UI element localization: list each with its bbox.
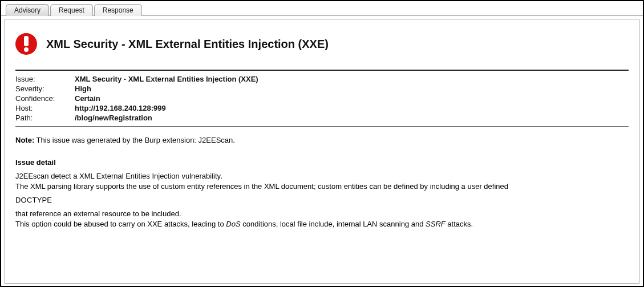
note-label: Note: [15,136,34,144]
window-root: Advisory Request Response XML Security -… [0,0,644,287]
detail-p3: that reference an external resource to b… [15,209,629,219]
exclamation-icon [15,33,37,55]
divider-mid [15,126,629,127]
summary-key: Confidence: [15,94,75,103]
advisory-panel: XML Security - XML External Entities Inj… [5,19,639,284]
summary-row-confidence: Confidence: Certain [15,94,629,103]
page-title: XML Security - XML External Entities Inj… [46,38,329,51]
tab-response[interactable]: Response [94,4,142,16]
detail-doctype: DOCTYPE [15,196,629,204]
summary-key: Issue: [15,74,75,84]
issue-summary-table: Issue: XML Security - XML External Entit… [15,74,629,123]
detail-p4: This option could be abused to carry on … [15,219,629,229]
tab-advisory[interactable]: Advisory [6,4,49,16]
summary-key: Host: [15,103,75,113]
summary-value: Certain [75,94,629,103]
detail-p4-post: attacks. [445,220,473,228]
detail-p4-mid: conditions, local file include, internal… [241,220,426,228]
detail-p4-ssrf: SSRF [426,220,445,228]
detail-p1: J2EEscan detect a XML External Entities … [15,171,629,181]
detail-p4-pre: This option could be abused to carry on … [15,220,226,228]
issue-detail-heading: Issue detail [15,158,629,167]
summary-row-host: Host: http://192.168.240.128:999 [15,103,629,113]
summary-value: XML Security - XML External Entities Inj… [75,74,629,84]
summary-key: Path: [15,113,75,123]
summary-row-path: Path: /blog/newRegistration [15,113,629,123]
tab-request[interactable]: Request [50,4,93,16]
note-line: Note: This issue was generated by the Bu… [15,136,629,144]
detail-p2: The XML parsing library supports the use… [15,181,629,192]
summary-row-issue: Issue: XML Security - XML External Entit… [15,74,629,84]
note-text: This issue was generated by the Burp ext… [34,136,235,144]
summary-value: http://192.168.240.128:999 [75,103,629,113]
summary-row-severity: Severity: High [15,84,629,94]
tab-bar: Advisory Request Response [1,1,643,16]
issue-header: XML Security - XML External Entities Inj… [15,33,629,55]
summary-value: High [75,84,629,94]
summary-value: /blog/newRegistration [75,113,629,123]
divider-top [15,70,629,71]
detail-p4-dos: DoS [226,220,240,228]
summary-key: Severity: [15,84,75,94]
